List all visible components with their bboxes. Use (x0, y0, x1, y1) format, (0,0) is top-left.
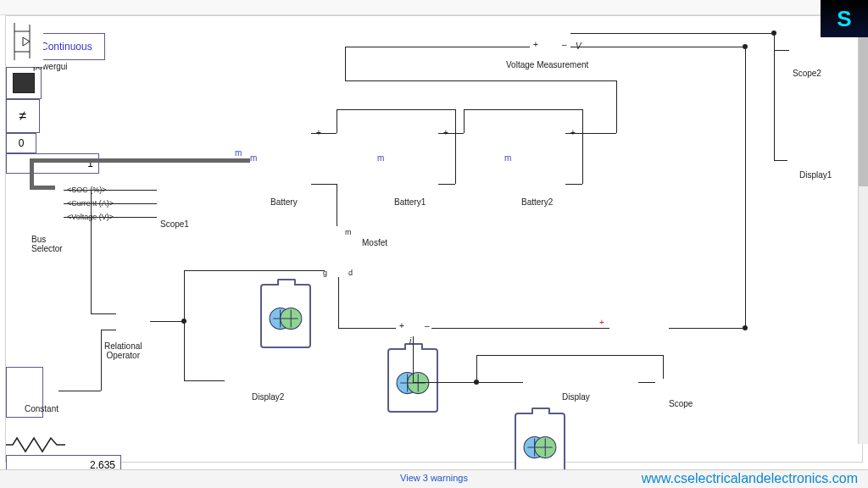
wire (64, 190, 157, 191)
wire (669, 328, 745, 329)
wire (337, 109, 455, 110)
wire (101, 330, 102, 391)
wire (184, 270, 325, 271)
constant-label: Constant (25, 404, 58, 413)
measurement-bus-wire-v (30, 158, 34, 189)
port-m: m (250, 153, 257, 163)
scope2-label: Scope2 (793, 69, 821, 78)
mosfet-port-d: d (348, 269, 353, 277)
powergui-mode: Continuous (41, 41, 92, 53)
brand-logo: S (821, 0, 868, 37)
wire (774, 33, 775, 160)
constant-value: 0 (19, 137, 25, 149)
relational-operator-block[interactable]: ≠ (6, 99, 40, 133)
relop-label: Relational Operator (104, 341, 142, 360)
battery-icon (269, 304, 304, 333)
wire (476, 355, 663, 356)
mosfet-port-g: g (323, 269, 327, 277)
port-m-label: m (235, 148, 242, 158)
battery-block[interactable] (260, 284, 311, 348)
vm-label: Voltage Measurement (506, 60, 588, 69)
wire (438, 133, 464, 134)
wire (337, 184, 337, 226)
battery2-label: Battery2 (521, 197, 553, 207)
wire (338, 328, 396, 329)
wire (91, 313, 116, 314)
svg-rect-6 (6, 16, 43, 67)
bus-selector-label: Bus Selector (31, 235, 63, 253)
wire (184, 380, 225, 381)
watermark-url[interactable]: www.cselectricalandelectronics.com (642, 471, 858, 486)
wire (101, 330, 116, 330)
wire (91, 190, 92, 313)
wire (582, 109, 583, 184)
mosfet-icon (6, 16, 43, 67)
cm-minus: – (425, 321, 430, 330)
cm-i: i (409, 336, 411, 346)
wire (345, 47, 346, 80)
battery2-block[interactable] (515, 413, 565, 477)
wire (663, 355, 664, 379)
wire (464, 109, 465, 133)
mosfet-label: Mosfet (362, 238, 387, 247)
wire (311, 184, 337, 185)
vm-minus: – (562, 40, 567, 49)
wire (413, 336, 414, 382)
display2-block[interactable]: 1 (6, 153, 99, 174)
constant-block[interactable]: 0 (6, 133, 36, 153)
wire (565, 184, 582, 185)
scope-label: Scope (669, 399, 693, 408)
battery-label: Battery (270, 197, 298, 207)
vertical-scrollbar[interactable] (858, 15, 868, 444)
resistor-plus: + (599, 318, 604, 327)
wire (565, 133, 616, 134)
wire (184, 270, 185, 380)
wire (438, 184, 455, 185)
display2-label: Display2 (252, 392, 284, 402)
wire (413, 382, 523, 383)
wire (745, 47, 746, 328)
display-label: Display (562, 392, 590, 402)
wire (774, 50, 789, 51)
wire (150, 321, 184, 322)
wire (431, 328, 609, 329)
battery-icon (396, 369, 431, 397)
scope1-label: Scope1 (160, 219, 189, 229)
node (743, 325, 748, 330)
measurement-bus-wire-in (30, 186, 55, 190)
wire (338, 277, 339, 328)
wire (337, 109, 337, 133)
wire (616, 80, 617, 133)
wire (774, 160, 787, 161)
scope1-block[interactable] (6, 67, 42, 99)
wire (476, 355, 477, 382)
port-m: m (504, 153, 511, 163)
wire (345, 47, 530, 47)
resistor-block[interactable] (6, 435, 65, 455)
wire (455, 109, 456, 184)
port-m: m (377, 153, 384, 163)
vm-plus: + (533, 40, 538, 49)
wire (638, 382, 655, 383)
wire (64, 203, 157, 204)
battery1-label: Battery1 (394, 197, 426, 207)
scrollbar-thumb[interactable] (859, 15, 868, 186)
cm-plus: + (399, 321, 404, 330)
battery-icon (523, 433, 559, 462)
wire (570, 33, 774, 34)
simulink-canvas[interactable]: Continuous powergui m Bus Selector <SOC … (5, 15, 863, 463)
measurement-bus-wire (30, 158, 250, 163)
resistor-icon (6, 435, 65, 455)
wire (345, 80, 616, 81)
mosfet-port-m: m (345, 228, 352, 236)
wire (311, 133, 337, 134)
wire (58, 391, 101, 391)
wire (464, 109, 582, 110)
wire (570, 47, 745, 47)
relop-symbol: ≠ (19, 108, 27, 124)
display1-label: Display1 (799, 170, 832, 180)
wire (64, 217, 157, 218)
